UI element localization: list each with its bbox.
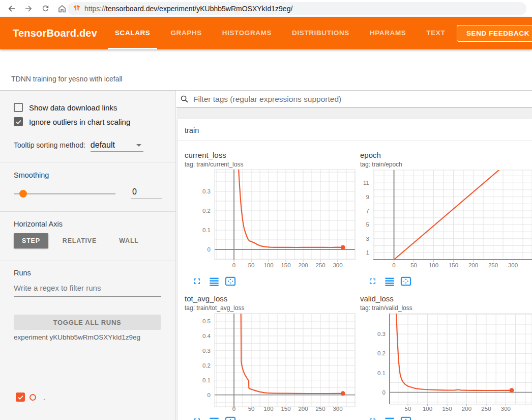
address-bar[interactable]: https://tensorboard.dev/experiment/yKUbh… xyxy=(68,2,526,15)
experiment-id-label: experiment yKUbhb5wRmOSXYkId1z9eg xyxy=(14,333,140,341)
chart-tag: tag: train/tot_avg_loss xyxy=(185,304,244,312)
tensorboard-logo: TensorBoard.dev xyxy=(13,17,97,49)
svg-text:0.2: 0.2 xyxy=(377,350,386,356)
expand-chart-icon[interactable] xyxy=(368,276,379,286)
svg-text:100: 100 xyxy=(429,262,438,268)
svg-text:50: 50 xyxy=(410,262,417,268)
url-scheme: https:// xyxy=(84,5,106,13)
chart-tag: tag: train/epoch xyxy=(360,161,402,168)
svg-text:50: 50 xyxy=(405,406,411,412)
svg-text:250: 250 xyxy=(315,262,325,268)
svg-text:200: 200 xyxy=(298,406,308,412)
chart-title: tot_avg_loss xyxy=(185,294,227,303)
log-scale-icon[interactable] xyxy=(209,416,220,420)
chart-valid-loss: valid_loss tag: train/valid_loss 5010015… xyxy=(356,291,532,420)
divider xyxy=(0,211,176,212)
svg-text:50: 50 xyxy=(248,262,255,268)
main-content: train current_loss tag: train/current_lo… xyxy=(176,91,532,420)
svg-text:5: 5 xyxy=(366,221,369,228)
section-title[interactable]: train xyxy=(178,119,532,141)
axis-step-button[interactable]: STEP xyxy=(14,233,48,248)
log-scale-icon[interactable] xyxy=(209,276,220,286)
svg-text:150: 150 xyxy=(281,262,290,268)
smoothing-value[interactable]: 0 xyxy=(131,187,162,199)
axis-wall-button[interactable]: WALL xyxy=(111,233,147,248)
ignore-outliers-label: Ignore outliers in chart scaling xyxy=(29,118,130,126)
tooltip-sorting-select[interactable]: default xyxy=(91,141,143,152)
expand-chart-icon[interactable] xyxy=(192,276,203,286)
chart-canvas[interactable]: 0501001502002503001357911 xyxy=(356,168,532,270)
show-download-links-checkbox-row[interactable]: Show data download links xyxy=(14,103,117,112)
ignore-outliers-checkbox-row[interactable]: Ignore outliers in chart scaling xyxy=(14,117,130,126)
run-item[interactable]: . xyxy=(16,393,45,402)
chart-current-loss: current_loss tag: train/current_loss 050… xyxy=(180,148,356,290)
home-icon[interactable] xyxy=(57,4,67,14)
tab-hparams[interactable]: HPARAMS xyxy=(363,17,413,49)
smoothing-label: Smoothing xyxy=(14,171,49,179)
app-header: TensorBoard.dev SCALARS GRAPHS HISTOGRAM… xyxy=(0,17,532,49)
chart-tag: tag: train/valid_loss xyxy=(360,304,412,312)
chart-toolbar xyxy=(192,416,241,420)
checkbox-unchecked-icon[interactable] xyxy=(14,103,23,112)
tab-histograms[interactable]: HISTOGRAMS xyxy=(215,17,279,49)
svg-text:0: 0 xyxy=(392,262,395,268)
fit-domain-icon[interactable] xyxy=(400,416,411,420)
log-scale-icon[interactable] xyxy=(384,416,395,420)
expand-chart-icon[interactable] xyxy=(368,416,379,420)
smoothing-slider-track[interactable] xyxy=(14,193,115,194)
chart-epoch: epoch tag: train/epoch 05010015020025030… xyxy=(356,148,532,290)
settings-sidebar: Show data download links Ignore outliers… xyxy=(0,91,176,420)
log-scale-icon[interactable] xyxy=(384,276,395,286)
fit-domain-icon[interactable] xyxy=(400,276,411,286)
tensorboard-favicon xyxy=(73,4,80,14)
svg-text:0: 0 xyxy=(232,262,235,268)
nav-tabs: SCALARS GRAPHS HISTOGRAMS DISTRIBUTIONS … xyxy=(108,17,458,49)
send-feedback-button[interactable]: SEND FEEDBACK xyxy=(457,25,532,42)
smoothing-slider-thumb[interactable] xyxy=(19,190,27,198)
svg-text:250: 250 xyxy=(315,406,325,412)
smoothing-slider-row: 0 xyxy=(14,188,162,199)
svg-text:9: 9 xyxy=(366,194,369,200)
svg-text:150: 150 xyxy=(281,406,290,412)
svg-text:150: 150 xyxy=(442,406,452,412)
tab-distributions[interactable]: DISTRIBUTIONS xyxy=(285,17,357,49)
chart-canvas[interactable]: 05010015020025030000.10.20.30.40.5 xyxy=(180,312,356,420)
svg-text:200: 200 xyxy=(462,406,471,412)
svg-text:3: 3 xyxy=(366,236,369,242)
svg-text:7: 7 xyxy=(366,208,369,214)
forward-icon[interactable] xyxy=(23,4,34,14)
tab-scalars[interactable]: SCALARS xyxy=(108,17,157,49)
svg-text:1: 1 xyxy=(366,249,369,256)
tab-text[interactable]: TEXT xyxy=(419,17,452,49)
run-checkbox-checked-icon[interactable] xyxy=(16,393,25,402)
svg-text:0.5: 0.5 xyxy=(202,318,211,324)
filter-tags-input[interactable] xyxy=(193,95,498,104)
runs-regex-input[interactable] xyxy=(14,282,161,297)
back-icon[interactable] xyxy=(7,4,17,14)
toggle-all-runs-button[interactable]: TOGGLE ALL RUNS xyxy=(14,315,161,330)
svg-text:0.1: 0.1 xyxy=(202,227,211,233)
chevron-down-icon xyxy=(136,144,141,147)
expand-chart-icon[interactable] xyxy=(192,416,203,420)
fit-domain-icon[interactable] xyxy=(225,276,236,286)
checkbox-checked-icon[interactable] xyxy=(14,117,23,126)
chart-toolbar xyxy=(368,416,417,420)
chart-canvas[interactable]: 05010015020025030000.10.20.3 xyxy=(180,168,356,270)
svg-text:0: 0 xyxy=(232,406,235,412)
tab-graphs[interactable]: GRAPHS xyxy=(163,17,209,49)
chart-title: current_loss xyxy=(185,151,226,159)
tensorboard-dev-page: https://tensorboard.dev/experiment/yKUbh… xyxy=(0,0,532,420)
fit-domain-icon[interactable] xyxy=(225,416,236,420)
svg-text:0.2: 0.2 xyxy=(202,208,211,214)
chart-title: epoch xyxy=(360,151,381,159)
reload-icon[interactable] xyxy=(40,4,50,14)
run-name: . xyxy=(43,394,45,401)
experiment-subtitle-bar: TDNN training for yesno with icefall xyxy=(0,49,532,91)
svg-text:11: 11 xyxy=(363,180,369,186)
chart-toolbar xyxy=(192,276,241,286)
filter-tags-row xyxy=(176,91,532,108)
svg-text:50: 50 xyxy=(248,406,255,412)
svg-text:0: 0 xyxy=(208,392,211,398)
chart-canvas[interactable]: 5010015020025030000.10.20.3 xyxy=(356,312,532,420)
axis-relative-button[interactable]: RELATIVE xyxy=(54,233,105,248)
